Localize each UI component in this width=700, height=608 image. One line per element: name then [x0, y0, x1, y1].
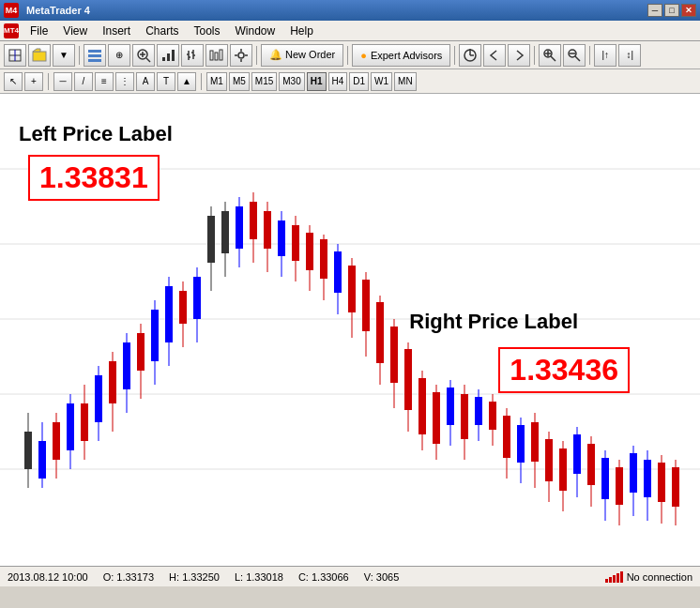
bar-chart-btn[interactable]	[181, 44, 204, 67]
scroll-btn[interactable]: ↕|	[618, 44, 641, 67]
tf-d1[interactable]: D1	[349, 72, 369, 91]
svg-rect-77	[250, 202, 257, 239]
zoom-in-btn[interactable]	[132, 44, 155, 67]
signal-bar-2	[609, 577, 612, 583]
svg-rect-93	[362, 280, 370, 331]
cursor-tool[interactable]: ↖	[4, 72, 23, 91]
menu-tools[interactable]: Tools	[187, 23, 228, 39]
tf-w1[interactable]: W1	[371, 72, 392, 91]
tline-tool[interactable]: /	[74, 72, 93, 91]
svg-rect-99	[404, 349, 412, 410]
status-high: H: 1.33250	[169, 571, 220, 583]
crosshair-tool[interactable]: +	[24, 72, 43, 91]
tf-h4[interactable]: H4	[328, 72, 348, 91]
title-bar-left: M4 MetaTrader 4	[4, 3, 90, 18]
title-bar: M4 MetaTrader 4 ─ □ ✕	[0, 0, 700, 21]
svg-rect-87	[320, 239, 327, 279]
close-button[interactable]: ✕	[681, 4, 696, 17]
properties-btn[interactable]	[230, 44, 252, 67]
new-order-icon: 🔔	[269, 49, 285, 60]
label-tool[interactable]: T	[157, 72, 175, 91]
svg-rect-101	[418, 378, 426, 434]
status-open: O: 1.33173	[103, 571, 154, 583]
svg-rect-137	[672, 467, 679, 507]
menu-view[interactable]: View	[55, 23, 95, 39]
svg-line-8	[146, 58, 150, 62]
svg-rect-55	[95, 375, 102, 422]
tf-m5[interactable]: M5	[229, 72, 250, 91]
svg-rect-125	[587, 444, 595, 485]
indicator-btn[interactable]: |↑	[594, 44, 616, 67]
menu-file[interactable]: File	[23, 23, 55, 39]
chart-area[interactable]: Left Price Label 1.33831 Right Price Lab…	[0, 94, 700, 566]
svg-rect-97	[390, 327, 398, 383]
svg-rect-89	[334, 251, 342, 293]
new-chart-btn[interactable]	[4, 44, 26, 67]
tf-sep2	[201, 73, 202, 90]
dropdown-btn[interactable]: ▼	[53, 44, 75, 67]
svg-rect-69	[193, 277, 201, 319]
tf-m1[interactable]: M1	[206, 72, 227, 91]
back-btn[interactable]	[483, 44, 506, 67]
zoom-in2-btn[interactable]	[539, 44, 561, 67]
status-volume: V: 3065	[364, 571, 400, 583]
svg-rect-12	[167, 53, 170, 61]
svg-rect-5	[88, 54, 101, 57]
open-btn[interactable]	[28, 44, 51, 67]
new-order-button[interactable]: 🔔 New Order	[261, 44, 343, 67]
expert-icon: ●	[360, 50, 367, 61]
svg-rect-59	[123, 342, 130, 389]
tf-h1[interactable]: H1	[307, 72, 327, 91]
svg-rect-131	[630, 453, 637, 493]
history-btn[interactable]	[459, 44, 481, 67]
svg-rect-113	[503, 416, 510, 458]
right-price-label: Right Price Label	[409, 310, 578, 334]
zoom-bars-btn[interactable]	[205, 44, 228, 67]
svg-rect-129	[616, 467, 623, 505]
svg-rect-133	[644, 460, 651, 497]
sep6	[589, 46, 590, 65]
profiles-btn[interactable]	[84, 44, 106, 67]
svg-rect-45	[24, 432, 32, 469]
app-icon: M4	[4, 3, 19, 18]
tf-m30[interactable]: M30	[279, 72, 304, 91]
svg-rect-49	[53, 422, 60, 460]
text-tool[interactable]: A	[136, 72, 155, 91]
svg-rect-51	[67, 403, 74, 450]
expert-advisors-button[interactable]: ● Expert Advisors	[352, 44, 450, 67]
hlines-tool[interactable]: ≡	[95, 72, 114, 91]
crosshair-btn[interactable]: ⊕	[108, 44, 130, 67]
menu-window[interactable]: Window	[228, 23, 283, 39]
svg-rect-73	[221, 211, 229, 253]
sep4	[454, 46, 455, 65]
signal-bar-5	[620, 571, 623, 583]
hline-tool[interactable]: ─	[53, 72, 72, 91]
svg-rect-107	[461, 394, 468, 439]
zoom-out-btn[interactable]	[563, 44, 586, 67]
svg-rect-111	[489, 402, 496, 430]
menu-insert[interactable]: Insert	[95, 23, 138, 39]
svg-rect-135	[658, 463, 665, 502]
main-toolbar: ▼ ⊕ 🔔 New Order ● Expert Advisors	[0, 41, 700, 69]
title-controls[interactable]: ─ □ ✕	[647, 4, 696, 17]
fwd-btn[interactable]	[508, 44, 530, 67]
signal-bar-3	[613, 575, 616, 583]
svg-rect-53	[81, 403, 88, 441]
left-price-label: Left Price Label	[19, 122, 173, 146]
svg-line-32	[551, 56, 555, 61]
channel-tool[interactable]: ⋮	[115, 72, 134, 91]
tf-mn[interactable]: MN	[394, 72, 417, 91]
chart-type-btn[interactable]	[157, 44, 179, 67]
signal-bar-1	[605, 579, 608, 583]
left-price-box: 1.33831	[28, 155, 160, 201]
tf-m15[interactable]: M15	[251, 72, 277, 91]
svg-point-23	[238, 53, 244, 58]
minimize-button[interactable]: ─	[647, 4, 662, 17]
menu-help[interactable]: Help	[282, 23, 321, 39]
arrow-tool[interactable]: ▲	[177, 72, 196, 91]
menu-charts[interactable]: Charts	[138, 23, 186, 39]
connection-bars	[605, 571, 623, 583]
maximize-button[interactable]: □	[664, 4, 679, 17]
connection-text: No connection	[627, 571, 692, 583]
svg-rect-13	[172, 50, 175, 61]
